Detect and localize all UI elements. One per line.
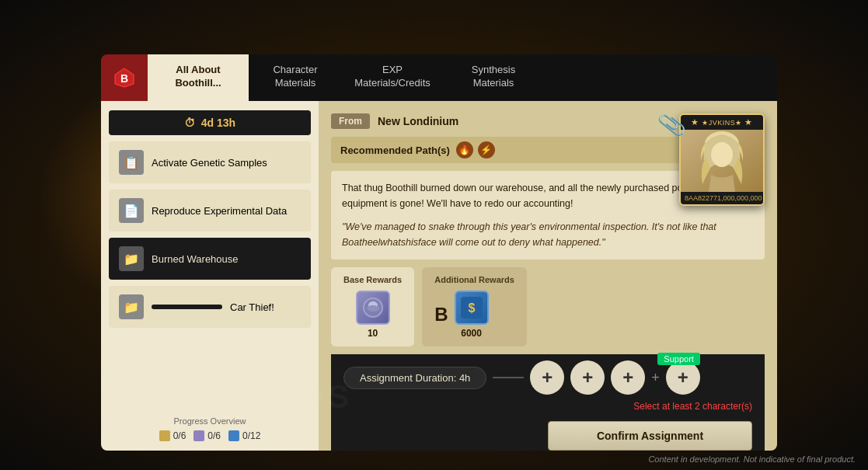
additional-rewards-box: Additional Rewards B $ 6000 — [422, 267, 527, 346]
char-id: 8AA82277 — [685, 194, 717, 202]
credits-icon: $ — [455, 291, 489, 325]
main-panel: B All About Boothill... Character Materi… — [101, 54, 777, 451]
mission-label-car-thief: Car Thief! — [230, 301, 301, 313]
mission-icon-reproduce: 📄 — [119, 198, 144, 223]
progress-value-2: 0/12 — [242, 430, 260, 441]
brand-icon: B — [101, 54, 148, 101]
error-message: Select at least 2 character(s) — [633, 401, 752, 412]
character-card: ★ ★JVKINS★ ★ — [679, 113, 765, 206]
car-thief-progress — [152, 305, 222, 309]
timer-icon: ⏱ — [184, 117, 195, 129]
progress-overview-label: Progress Overview — [109, 416, 311, 426]
mission-label-burned-warehouse: Burned Warehouse — [152, 253, 301, 265]
progress-items: 0/6 0/6 0/12 — [109, 430, 311, 441]
duration-line — [493, 377, 524, 378]
mission-icon-activate: 📋 — [119, 150, 144, 175]
path-icon-2: ⚡ — [478, 141, 495, 158]
progress-dot-gold — [159, 430, 170, 441]
tab-character-materials[interactable]: Character Materials — [249, 54, 342, 101]
add-character-4-wrapper: Support + — [666, 360, 700, 395]
from-location: New Londinium — [378, 115, 458, 127]
char-card-name: ★ ★JVKINS★ ★ — [681, 115, 763, 130]
bottom-row1: Assignment Duration: 4h + + + + Support … — [343, 360, 752, 395]
additional-rewards-content: B $ 6000 — [434, 291, 514, 339]
mission-item-reproduce[interactable]: 📄 Reproduce Experimental Data — [109, 190, 311, 232]
plus-separator: + — [651, 370, 660, 386]
path-icon-1: 🔥 — [456, 141, 473, 158]
base-reward-item: 10 — [343, 291, 402, 339]
progress-dot-blue — [228, 430, 239, 441]
tab-bar: B All About Boothill... Character Materi… — [101, 54, 777, 101]
base-rewards-box: Base Rewards 10 — [331, 267, 414, 346]
svg-point-7 — [367, 305, 379, 312]
duration-bar: Assignment Duration: 4h — [343, 367, 486, 389]
add-character-1-button[interactable]: + — [530, 360, 564, 395]
mission-item-activate[interactable]: 📋 Activate Genetic Samples — [109, 141, 311, 183]
tab-exp-materials[interactable]: EXP Materials/Credits — [342, 54, 443, 101]
svg-point-4 — [711, 142, 733, 167]
right-content: From New Londinium Recommended Path(s) 🔥… — [319, 101, 777, 451]
timer-bar: ⏱ 4d 13h — [109, 110, 311, 135]
paperclip-icon: 📎 — [656, 110, 687, 140]
add-character-4-button[interactable]: + — [666, 360, 700, 395]
progress-value-0: 0/6 — [173, 430, 186, 441]
disclaimer: Content in development. Not indicative o… — [648, 454, 856, 464]
sidebar: ⏱ 4d 13h 📋 Activate Genetic Samples 📄 Re… — [101, 101, 319, 451]
confirm-assignment-button[interactable]: Confirm Assignment — [548, 421, 752, 451]
bottom-content: Assignment Duration: 4h + + + + Support … — [331, 354, 765, 451]
mission-label-reproduce: Reproduce Experimental Data — [152, 205, 301, 217]
mission-icon-car-thief: 📁 — [119, 294, 144, 319]
path-icons: 🔥 ⚡ — [456, 141, 495, 158]
tab-all-about[interactable]: All About Boothill... — [148, 54, 249, 101]
additional-reward-item: $ 6000 — [455, 291, 489, 339]
description-quote: "We've managed to snake through this yea… — [342, 219, 754, 250]
base-reward-amount: 10 — [368, 328, 378, 339]
content-area: ⏱ 4d 13h 📋 Activate Genetic Samples 📄 Re… — [101, 101, 777, 451]
progress-item-1: 0/6 — [193, 430, 221, 441]
mission-icon-burned-warehouse: 📁 — [119, 246, 144, 271]
bottom-row2: Select at least 2 character(s) Confirm A… — [343, 401, 752, 451]
char-card-footer: 8AA82277 1,000,000,000 — [681, 192, 763, 204]
progress-item-2: 0/12 — [228, 430, 260, 441]
recommended-label: Recommended Path(s) — [340, 144, 450, 156]
mission-item-burned-warehouse[interactable]: 📁 Burned Warehouse — [109, 238, 311, 280]
svg-text:$: $ — [468, 301, 475, 315]
from-badge: From — [331, 113, 370, 129]
duration-label: Assignment Duration: 4h — [360, 372, 470, 384]
mission-item-car-thief[interactable]: 📁 Car Thief! — [109, 286, 311, 328]
base-rewards-title: Base Rewards — [343, 275, 402, 284]
credits-amount: 6000 — [461, 328, 482, 339]
mission-label-activate: Activate Genetic Samples — [152, 157, 301, 169]
rewards-section: Base Rewards 10 Additional Rew — [331, 267, 765, 346]
progress-dot-purple — [193, 430, 204, 441]
progress-section: Progress Overview 0/6 0/6 0/12 — [109, 416, 311, 441]
base-reward-icon — [356, 291, 390, 325]
support-badge: Support — [657, 353, 700, 365]
add-character-2-button[interactable]: + — [570, 360, 605, 395]
char-credits: 1,000,000,000 — [717, 194, 762, 202]
svg-text:B: B — [120, 72, 128, 85]
progress-value-1: 0/6 — [207, 430, 221, 441]
add-character-3-button[interactable]: + — [611, 360, 645, 395]
additional-rewards-title: Additional Rewards — [434, 275, 514, 284]
timer-label: 4d 13h — [201, 117, 235, 129]
progress-item-0: 0/6 — [159, 430, 186, 441]
reward-grade: B — [434, 304, 448, 326]
char-card-image — [681, 130, 763, 192]
tab-synthesis-materials[interactable]: Synthesis Materials — [443, 54, 544, 101]
